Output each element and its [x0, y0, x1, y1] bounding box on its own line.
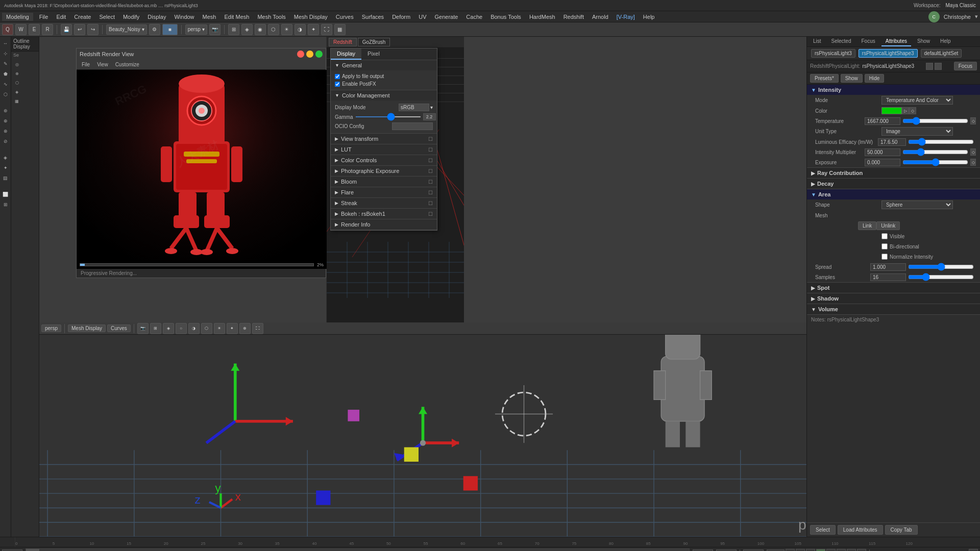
menu-item-create[interactable]: Create — [70, 13, 95, 21]
menu-item-redshift[interactable]: Redshift — [559, 13, 588, 21]
shadow-btn[interactable]: ◑ — [295, 24, 306, 35]
shadow-header[interactable]: ▶ Shadow — [807, 293, 980, 304]
show-button[interactable]: Show — [841, 74, 863, 83]
curves-icon[interactable]: ∿ — [1, 80, 10, 89]
play-btn[interactable]: ▶ — [816, 549, 825, 551]
node-name-2[interactable]: rsPhysicalLightShape3 — [859, 49, 918, 58]
gamma-slider[interactable] — [355, 116, 421, 117]
dropdown-arrow[interactable]: ▾ — [975, 13, 978, 20]
render-icon[interactable]: ◈ — [1, 153, 10, 162]
intensity-mult-slider[interactable] — [902, 149, 968, 155]
enable-postfx-checkbox[interactable] — [335, 82, 340, 87]
anim-range-bar[interactable] — [26, 548, 690, 551]
fullscreen-btn[interactable]: ⛶ — [321, 24, 332, 35]
vp-smooth-btn[interactable]: ○ — [176, 323, 187, 334]
menu-item-mesh-display[interactable]: Mesh Display — [290, 13, 332, 21]
pe-toggle[interactable]: ☐ — [428, 168, 433, 174]
ol-icon1[interactable]: ◎ — [12, 60, 21, 69]
visible-checkbox[interactable] — [881, 233, 888, 239]
intensity-header[interactable]: ▼ Intensity — [807, 85, 980, 95]
vp-xray-btn[interactable]: ✦ — [227, 323, 238, 334]
menu-item-arnold[interactable]: Arnold — [588, 13, 612, 21]
sculpt-icon[interactable]: ⬟ — [1, 69, 10, 79]
menu-item-generate[interactable]: Generate — [430, 13, 462, 21]
rotate-tool-btn[interactable]: E — [29, 24, 40, 35]
modeling-menu[interactable]: Modeling — [2, 13, 33, 21]
spread-input[interactable] — [870, 263, 906, 271]
save-btn[interactable]: 💾 — [61, 24, 72, 35]
dp-tab-display[interactable]: Display — [331, 48, 361, 60]
vp-shade-btn[interactable]: ◑ — [188, 323, 200, 334]
attr-pin-btn[interactable] — [935, 63, 942, 70]
focus-button[interactable]: Focus — [954, 62, 977, 70]
prev-frame-btn[interactable]: ◀ — [806, 549, 815, 551]
gamma-value-input[interactable] — [423, 113, 436, 120]
menu-item-edit-mesh[interactable]: Edit Mesh — [220, 13, 253, 21]
vp-persp-btn[interactable]: persp — [41, 324, 61, 332]
dp-lut-header[interactable]: ▶ LUT ☐ — [331, 144, 437, 155]
light-btn[interactable]: ☀ — [281, 24, 292, 35]
menu-item-help[interactable]: Help — [639, 13, 659, 21]
grid-btn[interactable]: ⊞ — [228, 24, 239, 35]
dp-bloom-header[interactable]: ▶ Bloom ☐ — [331, 177, 437, 187]
ray-contribution-header[interactable]: ▶ Ray Contribution — [807, 168, 980, 178]
gozbrush-tab[interactable]: GoZBrush — [358, 38, 390, 46]
wireframe-btn[interactable]: ◈ — [241, 24, 253, 35]
rp-tab-help[interactable]: Help — [936, 37, 955, 46]
vp-cam-btn[interactable]: 📷 — [137, 323, 149, 334]
menu-item-curves[interactable]: Curves — [332, 13, 358, 21]
vp-wire-btn[interactable]: ◈ — [163, 323, 174, 334]
rp-tab-focus[interactable]: Focus — [857, 37, 879, 46]
redo-btn[interactable]: ↪ — [87, 24, 99, 35]
render-region-btn[interactable]: ■ — [162, 24, 178, 35]
color-key-btn[interactable]: ◇ — [909, 107, 916, 114]
exposure-key-btn[interactable]: ◇ — [970, 159, 976, 166]
link-btn[interactable]: Link — [858, 221, 876, 230]
vp-grid-btn[interactable]: ⊞ — [150, 323, 161, 334]
dp-apply-label[interactable]: Apply to file output — [335, 73, 384, 79]
node-name-3[interactable]: defaultLightSet — [921, 49, 962, 58]
streak-toggle[interactable]: ☐ — [428, 201, 433, 206]
skip-end-btn[interactable]: ▶| — [857, 549, 866, 551]
apply-checkbox[interactable] — [335, 74, 340, 79]
decay-header[interactable]: ▶ Decay — [807, 179, 980, 189]
bloom-toggle[interactable]: ☐ — [428, 179, 433, 185]
undo-btn[interactable]: ↩ — [74, 24, 85, 35]
bokeh-toggle[interactable]: ☐ — [428, 211, 433, 217]
rvp-file-menu[interactable]: File — [79, 61, 93, 68]
camera-btn[interactable]: 📷 — [209, 24, 220, 35]
redshift-tab[interactable]: Redshift — [329, 38, 357, 46]
close-btn[interactable] — [297, 51, 304, 58]
menu-item--v-ray-[interactable]: [V-Ray] — [612, 13, 639, 21]
dp-viewtransform-header[interactable]: ▶ View transform ☐ — [331, 134, 437, 144]
samples-input[interactable] — [870, 273, 906, 281]
exposure-slider[interactable] — [902, 159, 968, 165]
play-reverse-btn[interactable]: ▶▶ — [826, 549, 836, 551]
ol-icon5[interactable]: ▦ — [12, 96, 21, 106]
smooth-btn[interactable]: ◉ — [255, 24, 266, 35]
menu-item-file[interactable]: File — [35, 13, 53, 21]
dp-bokeh-header[interactable]: ▶ Bokeh : rsBokeh1 ☐ — [331, 209, 437, 219]
skip-start-btn[interactable]: |◀ — [786, 549, 795, 551]
snap-icon[interactable]: ⊛ — [1, 106, 10, 115]
ol-icon2[interactable]: ⊕ — [12, 69, 21, 78]
xray-btn[interactable]: ✦ — [308, 24, 319, 35]
dp-photoexp-header[interactable]: ▶ Photographic Exposure ☐ — [331, 166, 437, 176]
color-expand-btn[interactable]: ▷ — [902, 107, 909, 114]
menu-item-uv[interactable]: UV — [414, 13, 430, 21]
select-attr-button[interactable]: Select — [810, 525, 836, 535]
vp-light-btn[interactable]: ☀ — [214, 323, 225, 334]
constraint-icon[interactable]: ⊕ — [1, 116, 10, 126]
fps-settings-btn[interactable]: ⚙ — [969, 549, 978, 551]
hide-button[interactable]: Hide — [865, 74, 885, 83]
display-mode-input[interactable] — [399, 104, 429, 111]
menu-item-display[interactable]: Display — [143, 13, 170, 21]
menu-item-cache[interactable]: Cache — [462, 13, 486, 21]
select-icon[interactable]: ⊹ — [1, 49, 10, 58]
rvp-view-menu[interactable]: View — [94, 61, 111, 68]
move-tool-btn[interactable]: W — [15, 24, 27, 35]
cache-icon[interactable]: ▤ — [1, 173, 10, 183]
next-key-btn[interactable]: ▮▶ — [847, 549, 856, 551]
dp-streak-header[interactable]: ▶ Streak ☐ — [331, 198, 437, 208]
temperature-slider[interactable] — [902, 118, 968, 124]
